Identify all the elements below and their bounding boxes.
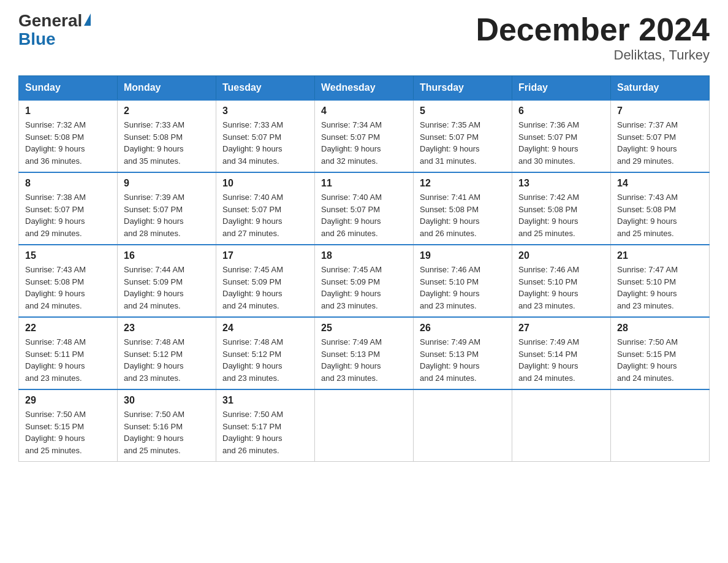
month-title: December 2024 [476,12,710,47]
day-info: Sunrise: 7:43 AMSunset: 5:08 PMDaylight:… [617,193,678,238]
logo-triangle-icon [84,13,91,26]
day-number: 7 [617,105,703,117]
day-number: 30 [124,395,210,406]
calendar-day-cell: 3 Sunrise: 7:33 AMSunset: 5:07 PMDayligh… [216,100,315,172]
day-info: Sunrise: 7:46 AMSunset: 5:10 PMDaylight:… [420,265,480,310]
calendar-day-cell [315,389,414,462]
day-number: 23 [124,323,210,334]
day-number: 1 [25,105,111,117]
calendar-day-cell [611,389,710,462]
calendar-day-cell: 26 Sunrise: 7:49 AMSunset: 5:13 PMDaylig… [414,317,512,389]
day-number: 27 [518,323,604,334]
calendar-day-cell: 24 Sunrise: 7:48 AMSunset: 5:12 PMDaylig… [216,317,315,389]
calendar-day-cell: 16 Sunrise: 7:44 AMSunset: 5:09 PMDaylig… [118,245,216,317]
calendar-day-cell: 14 Sunrise: 7:43 AMSunset: 5:08 PMDaylig… [611,172,710,245]
day-number: 15 [25,250,111,261]
day-info: Sunrise: 7:34 AMSunset: 5:07 PMDaylight:… [321,120,382,166]
calendar-table: SundayMondayTuesdayWednesdayThursdayFrid… [18,75,710,462]
calendar-day-cell: 23 Sunrise: 7:48 AMSunset: 5:12 PMDaylig… [118,317,216,389]
day-info: Sunrise: 7:45 AMSunset: 5:09 PMDaylight:… [321,265,382,310]
day-info: Sunrise: 7:44 AMSunset: 5:09 PMDaylight:… [124,265,184,310]
col-header-saturday: Saturday [611,76,710,101]
col-header-sunday: Sunday [19,76,118,101]
logo-blue-text: Blue [18,29,56,48]
col-header-thursday: Thursday [414,76,512,101]
day-number: 29 [25,395,111,406]
calendar-day-cell: 29 Sunrise: 7:50 AMSunset: 5:15 PMDaylig… [19,389,118,462]
calendar-day-cell: 20 Sunrise: 7:46 AMSunset: 5:10 PMDaylig… [512,245,611,317]
day-number: 6 [518,105,604,117]
day-info: Sunrise: 7:38 AMSunset: 5:07 PMDaylight:… [25,193,86,238]
day-number: 2 [124,105,210,117]
day-number: 8 [25,178,111,189]
day-info: Sunrise: 7:39 AMSunset: 5:07 PMDaylight:… [124,193,184,238]
day-number: 5 [420,105,506,117]
calendar-week-row: 15 Sunrise: 7:43 AMSunset: 5:08 PMDaylig… [19,245,710,317]
title-block: December 2024 Deliktas, Turkey [476,12,710,63]
calendar-header-row: SundayMondayTuesdayWednesdayThursdayFrid… [19,76,710,101]
calendar-week-row: 1 Sunrise: 7:32 AMSunset: 5:08 PMDayligh… [19,100,710,172]
calendar-day-cell: 18 Sunrise: 7:45 AMSunset: 5:09 PMDaylig… [315,245,414,317]
day-info: Sunrise: 7:45 AMSunset: 5:09 PMDaylight:… [222,265,283,310]
day-number: 25 [321,323,407,334]
day-info: Sunrise: 7:40 AMSunset: 5:07 PMDaylight:… [321,193,382,238]
day-number: 3 [222,105,308,117]
col-header-wednesday: Wednesday [315,76,414,101]
day-number: 31 [222,395,308,406]
calendar-day-cell: 4 Sunrise: 7:34 AMSunset: 5:07 PMDayligh… [315,100,414,172]
day-info: Sunrise: 7:35 AMSunset: 5:07 PMDaylight:… [420,120,480,166]
calendar-day-cell: 1 Sunrise: 7:32 AMSunset: 5:08 PMDayligh… [19,100,118,172]
day-number: 12 [420,178,506,189]
day-info: Sunrise: 7:49 AMSunset: 5:14 PMDaylight:… [518,337,579,383]
day-number: 28 [617,323,703,334]
location-subtitle: Deliktas, Turkey [476,47,710,63]
calendar-day-cell: 31 Sunrise: 7:50 AMSunset: 5:17 PMDaylig… [216,389,315,462]
calendar-day-cell: 28 Sunrise: 7:50 AMSunset: 5:15 PMDaylig… [611,317,710,389]
day-number: 24 [222,323,308,334]
day-info: Sunrise: 7:40 AMSunset: 5:07 PMDaylight:… [222,193,283,238]
calendar-day-cell: 6 Sunrise: 7:36 AMSunset: 5:07 PMDayligh… [512,100,611,172]
calendar-day-cell: 7 Sunrise: 7:37 AMSunset: 5:07 PMDayligh… [611,100,710,172]
calendar-day-cell: 17 Sunrise: 7:45 AMSunset: 5:09 PMDaylig… [216,245,315,317]
calendar-day-cell: 5 Sunrise: 7:35 AMSunset: 5:07 PMDayligh… [414,100,512,172]
day-info: Sunrise: 7:43 AMSunset: 5:08 PMDaylight:… [25,265,86,310]
calendar-week-row: 22 Sunrise: 7:48 AMSunset: 5:11 PMDaylig… [19,317,710,389]
calendar-day-cell: 13 Sunrise: 7:42 AMSunset: 5:08 PMDaylig… [512,172,611,245]
day-number: 20 [518,250,604,261]
calendar-day-cell [512,389,611,462]
day-info: Sunrise: 7:37 AMSunset: 5:07 PMDaylight:… [617,120,678,166]
calendar-day-cell: 25 Sunrise: 7:49 AMSunset: 5:13 PMDaylig… [315,317,414,389]
calendar-day-cell: 9 Sunrise: 7:39 AMSunset: 5:07 PMDayligh… [118,172,216,245]
day-number: 18 [321,250,407,261]
day-info: Sunrise: 7:33 AMSunset: 5:07 PMDaylight:… [222,120,283,166]
col-header-tuesday: Tuesday [216,76,315,101]
day-info: Sunrise: 7:50 AMSunset: 5:15 PMDaylight:… [25,410,86,455]
day-info: Sunrise: 7:50 AMSunset: 5:16 PMDaylight:… [124,410,184,455]
day-number: 22 [25,323,111,334]
day-info: Sunrise: 7:48 AMSunset: 5:12 PMDaylight:… [222,337,283,383]
calendar-day-cell: 27 Sunrise: 7:49 AMSunset: 5:14 PMDaylig… [512,317,611,389]
calendar-week-row: 29 Sunrise: 7:50 AMSunset: 5:15 PMDaylig… [19,389,710,462]
day-number: 13 [518,178,604,189]
col-header-monday: Monday [118,76,216,101]
logo-general-text: General [18,12,82,29]
day-number: 4 [321,105,407,117]
calendar-day-cell: 19 Sunrise: 7:46 AMSunset: 5:10 PMDaylig… [414,245,512,317]
col-header-friday: Friday [512,76,611,101]
day-info: Sunrise: 7:47 AMSunset: 5:10 PMDaylight:… [617,265,678,310]
day-number: 26 [420,323,506,334]
calendar-day-cell: 15 Sunrise: 7:43 AMSunset: 5:08 PMDaylig… [19,245,118,317]
day-number: 21 [617,250,703,261]
day-info: Sunrise: 7:50 AMSunset: 5:17 PMDaylight:… [222,410,283,455]
calendar-day-cell: 11 Sunrise: 7:40 AMSunset: 5:07 PMDaylig… [315,172,414,245]
day-number: 17 [222,250,308,261]
calendar-day-cell: 8 Sunrise: 7:38 AMSunset: 5:07 PMDayligh… [19,172,118,245]
day-number: 16 [124,250,210,261]
day-number: 9 [124,178,210,189]
day-info: Sunrise: 7:32 AMSunset: 5:08 PMDaylight:… [25,120,86,166]
day-info: Sunrise: 7:42 AMSunset: 5:08 PMDaylight:… [518,193,579,238]
calendar-day-cell [414,389,512,462]
day-number: 19 [420,250,506,261]
day-info: Sunrise: 7:46 AMSunset: 5:10 PMDaylight:… [518,265,579,310]
day-number: 10 [222,178,308,189]
